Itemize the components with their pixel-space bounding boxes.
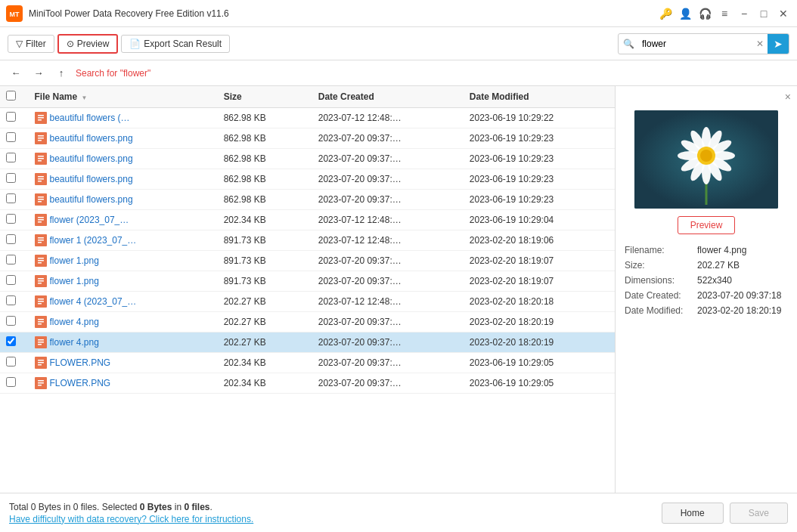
row-checkbox[interactable] — [6, 153, 16, 162]
file-name: beautiful flowers.png — [50, 174, 133, 184]
table-row[interactable]: flower 4.png202.27 KB2023-07-20 09:37:…2… — [0, 332, 615, 353]
file-date-modified: 2023-06-19 10:29:23 — [464, 149, 615, 169]
svg-rect-56 — [38, 382, 44, 384]
up-button[interactable]: ↑ — [53, 65, 70, 82]
svg-rect-51 — [38, 360, 44, 361]
svg-rect-45 — [38, 323, 42, 325]
file-size: 202.27 KB — [218, 312, 312, 332]
row-checkbox[interactable] — [6, 214, 16, 224]
svg-rect-49 — [38, 344, 42, 345]
col-header-date-modified[interactable]: Date Modified — [464, 86, 615, 108]
preview-size-row: Size: 202.27 KB — [625, 260, 788, 271]
preview-close-icon[interactable]: × — [785, 91, 791, 103]
maximize-button[interactable]: □ — [756, 6, 771, 21]
headphone-icon[interactable]: 🎧 — [697, 6, 712, 21]
file-type-icon — [35, 377, 47, 389]
app-logo: MT — [6, 5, 23, 22]
svg-rect-17 — [38, 181, 42, 182]
row-checkbox[interactable] — [6, 255, 16, 264]
table-row[interactable]: beautiful flowers (…862.98 KB2023-07-12 … — [0, 108, 615, 128]
row-checkbox[interactable] — [6, 173, 16, 183]
svg-rect-24 — [38, 219, 44, 221]
svg-rect-5 — [38, 119, 42, 121]
sort-arrow-icon: ▼ — [82, 94, 88, 101]
table-row[interactable]: beautiful flowers.png862.98 KB2023-07-20… — [0, 149, 615, 169]
table-row[interactable]: flower 1 (2023_07_…891.73 KB2023-07-12 1… — [0, 230, 615, 251]
svg-rect-21 — [38, 201, 42, 203]
col-header-checkbox[interactable] — [0, 86, 29, 108]
file-type-icon — [35, 275, 47, 287]
file-table-wrap[interactable]: File Name ▼ Size Date Created Date Modif… — [0, 86, 615, 493]
search-clear-icon[interactable]: ✕ — [752, 36, 768, 51]
table-row[interactable]: flower 4 (2023_07_…202.27 KB2023-07-12 1… — [0, 292, 615, 312]
file-type-icon — [35, 357, 47, 369]
svg-rect-57 — [38, 385, 42, 386]
row-checkbox[interactable] — [6, 275, 16, 285]
table-row[interactable]: flower 1.png891.73 KB2023-07-20 09:37:…2… — [0, 271, 615, 292]
file-date-modified: 2023-06-19 10:29:23 — [464, 128, 615, 149]
table-row[interactable]: beautiful flowers.png862.98 KB2023-07-20… — [0, 190, 615, 210]
svg-rect-23 — [38, 217, 44, 218]
row-checkbox[interactable] — [6, 336, 16, 346]
svg-rect-40 — [38, 301, 44, 302]
preview-button[interactable]: ⊙ Preview — [57, 34, 119, 54]
search-input[interactable] — [639, 39, 752, 49]
file-name: flower 1 (2023_07_… — [50, 235, 137, 246]
file-date-created: 2023-07-20 09:37:… — [312, 251, 464, 271]
preview-action-button[interactable]: Preview — [678, 216, 736, 234]
search-go-button[interactable]: ➤ — [768, 33, 789, 54]
search-icon: 🔍 — [619, 39, 639, 49]
file-name: flower 4.png — [50, 317, 99, 327]
col-header-date-created[interactable]: Date Created — [312, 86, 464, 108]
table-row[interactable]: beautiful flowers.png862.98 KB2023-07-20… — [0, 169, 615, 190]
table-row[interactable]: FLOWER.PNG202.34 KB2023-07-20 09:37:…202… — [0, 353, 615, 373]
filter-button[interactable]: ▽ Filter — [8, 35, 54, 53]
file-type-icon — [35, 153, 47, 165]
file-date-modified: 2023-02-20 18:20:19 — [464, 312, 615, 332]
help-link[interactable]: Have difficulty with data recovery? Clic… — [9, 514, 253, 524]
save-button[interactable]: Save — [730, 503, 788, 524]
table-row[interactable]: flower (2023_07_…202.34 KB2023-07-12 12:… — [0, 210, 615, 230]
search-box: 🔍 ✕ ➤ — [618, 33, 789, 54]
svg-rect-29 — [38, 242, 42, 243]
row-checkbox[interactable] — [6, 193, 16, 203]
row-checkbox[interactable] — [6, 234, 16, 244]
preview-dimensions-row: Dimensions: 522x340 — [625, 275, 788, 286]
minimize-button[interactable]: − — [737, 6, 752, 21]
file-date-modified: 2023-02-20 18:19:07 — [464, 271, 615, 292]
row-checkbox[interactable] — [6, 377, 16, 387]
export-button[interactable]: 📄 Export Scan Result — [121, 35, 230, 53]
table-row[interactable]: flower 4.png202.27 KB2023-07-20 09:37:…2… — [0, 312, 615, 332]
user-icon[interactable]: 👤 — [678, 6, 693, 21]
table-row[interactable]: FLOWER.PNG202.34 KB2023-07-20 09:37:…202… — [0, 373, 615, 394]
key-icon[interactable]: 🔑 — [658, 6, 673, 21]
file-date-created: 2023-07-20 09:37:… — [312, 271, 464, 292]
file-type-icon — [35, 214, 47, 226]
file-date-created: 2023-07-20 09:37:… — [312, 128, 464, 149]
row-checkbox[interactable] — [6, 295, 16, 305]
svg-rect-19 — [38, 196, 44, 198]
file-date-created: 2023-07-20 09:37:… — [312, 312, 464, 332]
status-bar: Total 0 Bytes in 0 files. Selected 0 Byt… — [0, 493, 797, 532]
svg-rect-31 — [38, 258, 44, 259]
table-row[interactable]: beautiful flowers.png862.98 KB2023-07-20… — [0, 128, 615, 149]
row-checkbox[interactable] — [6, 316, 16, 326]
preview-date-modified-row: Date Modified: 2023-02-20 18:20:19 — [625, 305, 788, 316]
col-header-filename[interactable]: File Name ▼ — [29, 86, 218, 108]
row-checkbox[interactable] — [6, 132, 16, 142]
col-header-size[interactable]: Size — [218, 86, 312, 108]
forward-button[interactable]: → — [30, 65, 47, 82]
row-checkbox[interactable] — [6, 112, 16, 122]
close-button[interactable]: ✕ — [776, 6, 791, 21]
row-checkbox[interactable] — [6, 357, 16, 367]
svg-rect-15 — [38, 176, 44, 178]
svg-rect-28 — [38, 240, 44, 241]
menu-icon[interactable]: ≡ — [717, 6, 732, 21]
back-button[interactable]: ← — [8, 65, 24, 82]
file-name: flower 4 (2023_07_… — [50, 296, 137, 307]
table-row[interactable]: flower 1.png891.73 KB2023-07-20 09:37:…2… — [0, 251, 615, 271]
select-all-checkbox[interactable] — [6, 91, 16, 101]
file-date-modified: 2023-02-20 18:19:07 — [464, 251, 615, 271]
home-button[interactable]: Home — [662, 503, 724, 524]
file-date-created: 2023-07-20 09:37:… — [312, 190, 464, 210]
